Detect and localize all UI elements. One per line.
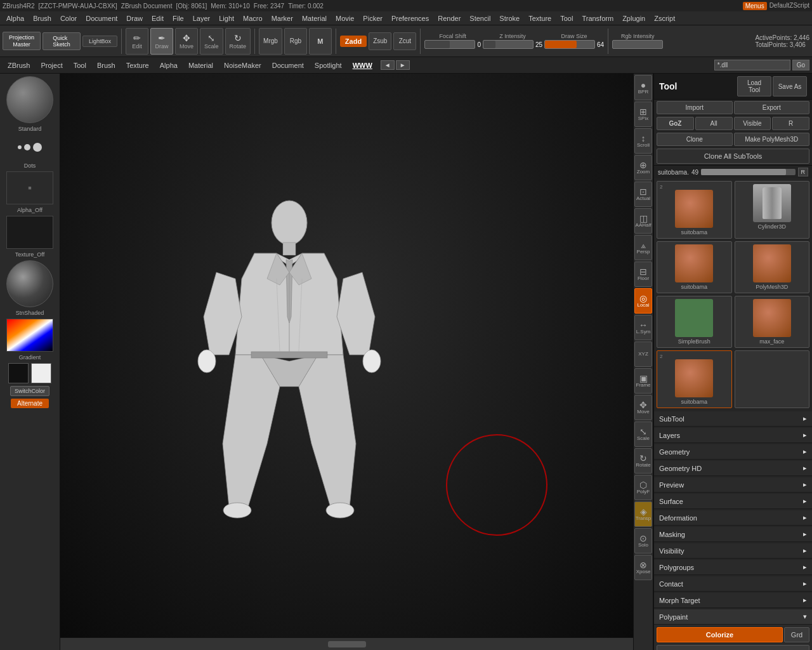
viewport[interactable]: [60, 74, 633, 650]
alternate-button[interactable]: Alternate: [11, 399, 49, 408]
menu-macro[interactable]: Macro: [239, 13, 266, 23]
canvas-scrollbar[interactable]: [60, 637, 633, 650]
draw-button[interactable]: ✒ Draw: [150, 28, 173, 55]
grd-button[interactable]: Grd: [784, 627, 809, 642]
zoom-button[interactable]: ⊕ Zoom: [634, 155, 652, 180]
section-deformation-header[interactable]: Deformation ▸: [654, 510, 812, 526]
section-morph-target-header[interactable]: Morph Target ▸: [654, 593, 812, 608]
section-polypaint-header[interactable]: Polypaint ▾: [654, 609, 812, 625]
persp-button[interactable]: ⟁ Persp: [634, 235, 652, 260]
tab-tool[interactable]: Tool: [69, 60, 91, 70]
zcut-button[interactable]: Zcut: [393, 32, 416, 50]
alpha-preview[interactable]: ■: [6, 171, 53, 204]
tab-spotlight[interactable]: Spotlight: [310, 60, 347, 70]
scroll-handle[interactable]: [328, 641, 366, 647]
projection-master-button[interactable]: ProjectionMaster: [3, 32, 41, 51]
goz-button[interactable]: GoZ: [657, 117, 694, 130]
menu-texture[interactable]: Texture: [525, 13, 555, 23]
subtool-slider[interactable]: [701, 169, 795, 175]
stnshaded-sphere[interactable]: [6, 260, 53, 307]
menu-layer[interactable]: Layer: [189, 13, 214, 23]
aahalf-button[interactable]: ◫ AAHalf: [634, 208, 652, 234]
visible-button[interactable]: Visible: [734, 117, 771, 130]
export-button[interactable]: Export: [734, 101, 810, 114]
tab-texture[interactable]: Texture: [121, 60, 154, 70]
subtool-item-suitobama3[interactable]: 2 suitobama: [657, 350, 732, 408]
edit-button[interactable]: ✏ Edit: [126, 28, 148, 55]
menu-movie[interactable]: Movie: [332, 13, 358, 23]
switch-color-button[interactable]: SwitchColor: [10, 386, 49, 396]
menu-document[interactable]: Document: [82, 13, 121, 23]
scroll-button[interactable]: ↕ Scroll: [634, 128, 652, 154]
menu-material[interactable]: Material: [298, 13, 331, 23]
tab-zbrush[interactable]: ZBrush: [3, 60, 35, 70]
tab-project[interactable]: Project: [36, 60, 67, 70]
brush-preview[interactable]: [6, 135, 53, 160]
clone-all-subtools-button[interactable]: Clone All SubTools: [657, 149, 809, 164]
colorize-button[interactable]: Colorize: [657, 627, 783, 642]
actual-button[interactable]: ⊡ Actual: [634, 182, 652, 207]
canvas-area[interactable]: [60, 74, 633, 637]
lightbox-button[interactable]: LightBox: [82, 36, 117, 47]
draw-size-slider[interactable]: [544, 40, 595, 49]
scale-button[interactable]: ⤡ Scale: [200, 28, 223, 55]
r-button[interactable]: R: [772, 117, 809, 130]
xpose-button[interactable]: ⊗ Xpose: [634, 555, 652, 580]
material-sphere[interactable]: [6, 76, 53, 123]
background-color[interactable]: [31, 363, 51, 383]
menu-brush[interactable]: Brush: [29, 13, 55, 23]
subtool-item-simplebrush[interactable]: SimpleBrush: [657, 296, 732, 348]
m-button[interactable]: M: [309, 28, 332, 55]
section-layers-header[interactable]: Layers ▸: [654, 428, 812, 443]
menu-edit[interactable]: Edit: [148, 13, 167, 23]
search-input[interactable]: [714, 60, 790, 70]
transp-button[interactable]: ◈ Transp: [634, 501, 652, 527]
tab-brush[interactable]: Brush: [92, 60, 121, 70]
local-button[interactable]: ◎ Local: [634, 288, 652, 314]
menu-draw[interactable]: Draw: [122, 13, 147, 23]
menu-zplugin[interactable]: Zplugin: [619, 13, 649, 23]
quick-sketch-button[interactable]: QuickSketch: [43, 32, 81, 50]
color-swatch[interactable]: [6, 319, 53, 352]
section-preview-header[interactable]: Preview ▸: [654, 477, 812, 493]
search-go-button[interactable]: Go: [792, 60, 809, 70]
zadd-button[interactable]: Zadd: [340, 36, 367, 47]
nav-left-button[interactable]: ◄: [381, 60, 395, 70]
rotate-button[interactable]: ↻ Rotate: [225, 28, 251, 55]
tab-alpha[interactable]: Alpha: [155, 60, 183, 70]
subtool-item-polymesh3d[interactable]: PolyMesh3D: [735, 241, 810, 293]
texture-preview[interactable]: [6, 216, 53, 249]
z-intensity-slider[interactable]: [483, 40, 534, 49]
nav-right-button[interactable]: ►: [396, 60, 410, 70]
foreground-color[interactable]: [8, 363, 29, 383]
menu-preferences[interactable]: Preferences: [388, 13, 433, 23]
spix-button[interactable]: ⊞ SPix: [634, 102, 652, 127]
section-subtool-header[interactable]: SubTool ▸: [654, 411, 812, 427]
menu-stencil[interactable]: Stencil: [466, 13, 494, 23]
clone-button[interactable]: Clone: [657, 133, 733, 146]
rgb-intensity-slider[interactable]: [612, 40, 663, 49]
menu-light[interactable]: Light: [215, 13, 238, 23]
scale-rt-button[interactable]: ⤡ Scale: [634, 421, 652, 447]
menu-render[interactable]: Render: [434, 13, 464, 23]
bpr-button[interactable]: ● BPR: [634, 75, 652, 100]
solo-button[interactable]: ⊙ Solo: [634, 528, 652, 554]
menu-transform[interactable]: Transform: [578, 13, 617, 23]
menu-zscript[interactable]: Zscript: [650, 13, 679, 23]
menu-file[interactable]: File: [169, 13, 188, 23]
frame-button[interactable]: ▣ Frame: [634, 368, 652, 394]
section-masking-header[interactable]: Masking ▸: [654, 527, 812, 542]
menu-stroke[interactable]: Stroke: [495, 13, 523, 23]
move-rt-button[interactable]: ✥ Move: [634, 395, 652, 420]
section-visibility-header[interactable]: Visibility ▸: [654, 543, 812, 559]
subtool-item-suitobama1[interactable]: 2 suitobama: [657, 181, 732, 239]
polypaint-from-texture-button[interactable]: Polypaint From Texture: [657, 645, 809, 650]
mrgb-button[interactable]: Mrgb: [259, 28, 282, 55]
tab-material[interactable]: Material: [183, 60, 218, 70]
menu-alpha[interactable]: Alpha: [3, 13, 28, 23]
rgb-button[interactable]: Rgb: [284, 28, 307, 55]
focal-shift-slider[interactable]: [424, 40, 475, 49]
subtool-r-button[interactable]: R: [798, 168, 809, 176]
subtool-item-maxface[interactable]: max_face: [735, 296, 810, 348]
tab-www[interactable]: WWW: [348, 60, 377, 70]
